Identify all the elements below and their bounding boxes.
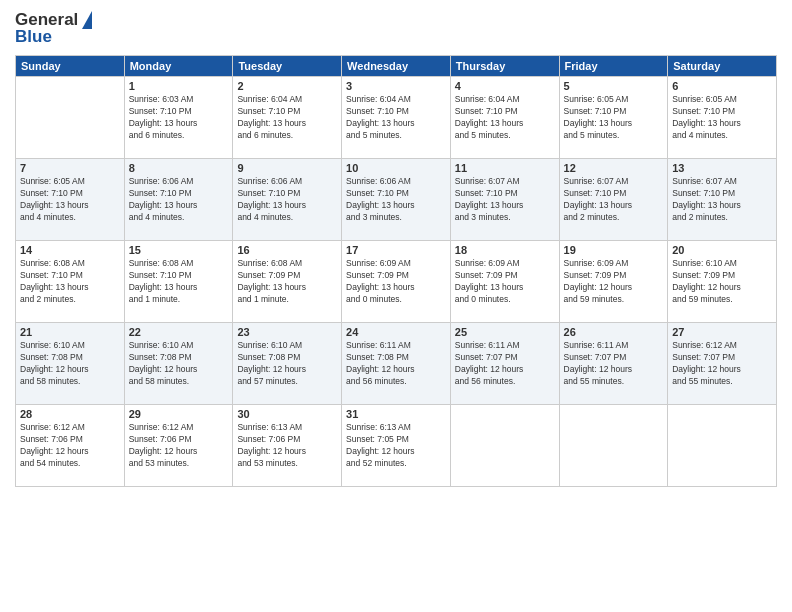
day-number: 23 bbox=[237, 326, 337, 338]
calendar-cell: 2Sunrise: 6:04 AM Sunset: 7:10 PM Daylig… bbox=[233, 77, 342, 159]
day-info: Sunrise: 6:11 AM Sunset: 7:07 PM Dayligh… bbox=[564, 340, 664, 388]
weekday-header-saturday: Saturday bbox=[668, 56, 777, 77]
day-info: Sunrise: 6:07 AM Sunset: 7:10 PM Dayligh… bbox=[455, 176, 555, 224]
calendar-cell: 19Sunrise: 6:09 AM Sunset: 7:09 PM Dayli… bbox=[559, 241, 668, 323]
day-info: Sunrise: 6:10 AM Sunset: 7:08 PM Dayligh… bbox=[20, 340, 120, 388]
day-info: Sunrise: 6:12 AM Sunset: 7:06 PM Dayligh… bbox=[20, 422, 120, 470]
calendar-cell: 7Sunrise: 6:05 AM Sunset: 7:10 PM Daylig… bbox=[16, 159, 125, 241]
calendar-cell: 21Sunrise: 6:10 AM Sunset: 7:08 PM Dayli… bbox=[16, 323, 125, 405]
calendar-cell: 29Sunrise: 6:12 AM Sunset: 7:06 PM Dayli… bbox=[124, 405, 233, 487]
day-number: 12 bbox=[564, 162, 664, 174]
weekday-header-tuesday: Tuesday bbox=[233, 56, 342, 77]
calendar-cell: 10Sunrise: 6:06 AM Sunset: 7:10 PM Dayli… bbox=[342, 159, 451, 241]
day-number: 19 bbox=[564, 244, 664, 256]
day-info: Sunrise: 6:09 AM Sunset: 7:09 PM Dayligh… bbox=[564, 258, 664, 306]
day-number: 18 bbox=[455, 244, 555, 256]
day-info: Sunrise: 6:06 AM Sunset: 7:10 PM Dayligh… bbox=[346, 176, 446, 224]
day-info: Sunrise: 6:10 AM Sunset: 7:09 PM Dayligh… bbox=[672, 258, 772, 306]
day-number: 17 bbox=[346, 244, 446, 256]
calendar-cell: 26Sunrise: 6:11 AM Sunset: 7:07 PM Dayli… bbox=[559, 323, 668, 405]
day-number: 10 bbox=[346, 162, 446, 174]
calendar-cell bbox=[559, 405, 668, 487]
calendar-cell: 3Sunrise: 6:04 AM Sunset: 7:10 PM Daylig… bbox=[342, 77, 451, 159]
calendar-cell: 4Sunrise: 6:04 AM Sunset: 7:10 PM Daylig… bbox=[450, 77, 559, 159]
day-number: 1 bbox=[129, 80, 229, 92]
calendar-cell: 28Sunrise: 6:12 AM Sunset: 7:06 PM Dayli… bbox=[16, 405, 125, 487]
day-number: 27 bbox=[672, 326, 772, 338]
calendar-cell: 9Sunrise: 6:06 AM Sunset: 7:10 PM Daylig… bbox=[233, 159, 342, 241]
day-info: Sunrise: 6:04 AM Sunset: 7:10 PM Dayligh… bbox=[455, 94, 555, 142]
header: General Blue bbox=[15, 10, 777, 47]
calendar-container: General Blue SundayMondayTuesdayWednesda… bbox=[0, 0, 792, 497]
day-number: 6 bbox=[672, 80, 772, 92]
weekday-header-friday: Friday bbox=[559, 56, 668, 77]
day-number: 11 bbox=[455, 162, 555, 174]
calendar-cell: 12Sunrise: 6:07 AM Sunset: 7:10 PM Dayli… bbox=[559, 159, 668, 241]
calendar-cell: 18Sunrise: 6:09 AM Sunset: 7:09 PM Dayli… bbox=[450, 241, 559, 323]
calendar-cell: 8Sunrise: 6:06 AM Sunset: 7:10 PM Daylig… bbox=[124, 159, 233, 241]
day-info: Sunrise: 6:03 AM Sunset: 7:10 PM Dayligh… bbox=[129, 94, 229, 142]
calendar-cell: 20Sunrise: 6:10 AM Sunset: 7:09 PM Dayli… bbox=[668, 241, 777, 323]
day-number: 2 bbox=[237, 80, 337, 92]
day-info: Sunrise: 6:09 AM Sunset: 7:09 PM Dayligh… bbox=[346, 258, 446, 306]
day-number: 14 bbox=[20, 244, 120, 256]
calendar-week-row: 14Sunrise: 6:08 AM Sunset: 7:10 PM Dayli… bbox=[16, 241, 777, 323]
calendar-cell: 6Sunrise: 6:05 AM Sunset: 7:10 PM Daylig… bbox=[668, 77, 777, 159]
calendar-cell: 22Sunrise: 6:10 AM Sunset: 7:08 PM Dayli… bbox=[124, 323, 233, 405]
day-number: 13 bbox=[672, 162, 772, 174]
day-info: Sunrise: 6:09 AM Sunset: 7:09 PM Dayligh… bbox=[455, 258, 555, 306]
day-number: 30 bbox=[237, 408, 337, 420]
calendar-cell: 17Sunrise: 6:09 AM Sunset: 7:09 PM Dayli… bbox=[342, 241, 451, 323]
calendar-cell: 25Sunrise: 6:11 AM Sunset: 7:07 PM Dayli… bbox=[450, 323, 559, 405]
day-info: Sunrise: 6:07 AM Sunset: 7:10 PM Dayligh… bbox=[564, 176, 664, 224]
day-info: Sunrise: 6:10 AM Sunset: 7:08 PM Dayligh… bbox=[237, 340, 337, 388]
calendar-cell: 24Sunrise: 6:11 AM Sunset: 7:08 PM Dayli… bbox=[342, 323, 451, 405]
calendar-cell bbox=[450, 405, 559, 487]
calendar-week-row: 21Sunrise: 6:10 AM Sunset: 7:08 PM Dayli… bbox=[16, 323, 777, 405]
calendar-cell: 30Sunrise: 6:13 AM Sunset: 7:06 PM Dayli… bbox=[233, 405, 342, 487]
day-number: 28 bbox=[20, 408, 120, 420]
calendar-week-row: 1Sunrise: 6:03 AM Sunset: 7:10 PM Daylig… bbox=[16, 77, 777, 159]
day-number: 8 bbox=[129, 162, 229, 174]
calendar-cell: 16Sunrise: 6:08 AM Sunset: 7:09 PM Dayli… bbox=[233, 241, 342, 323]
calendar-cell bbox=[668, 405, 777, 487]
day-number: 26 bbox=[564, 326, 664, 338]
day-number: 24 bbox=[346, 326, 446, 338]
day-number: 4 bbox=[455, 80, 555, 92]
calendar-cell: 5Sunrise: 6:05 AM Sunset: 7:10 PM Daylig… bbox=[559, 77, 668, 159]
day-number: 7 bbox=[20, 162, 120, 174]
calendar-week-row: 7Sunrise: 6:05 AM Sunset: 7:10 PM Daylig… bbox=[16, 159, 777, 241]
weekday-header-wednesday: Wednesday bbox=[342, 56, 451, 77]
day-number: 16 bbox=[237, 244, 337, 256]
calendar-cell: 27Sunrise: 6:12 AM Sunset: 7:07 PM Dayli… bbox=[668, 323, 777, 405]
day-info: Sunrise: 6:06 AM Sunset: 7:10 PM Dayligh… bbox=[129, 176, 229, 224]
day-info: Sunrise: 6:13 AM Sunset: 7:05 PM Dayligh… bbox=[346, 422, 446, 470]
logo-blue-text: Blue bbox=[15, 27, 52, 47]
day-number: 15 bbox=[129, 244, 229, 256]
logo: General Blue bbox=[15, 10, 92, 47]
day-number: 25 bbox=[455, 326, 555, 338]
calendar-cell bbox=[16, 77, 125, 159]
day-info: Sunrise: 6:04 AM Sunset: 7:10 PM Dayligh… bbox=[346, 94, 446, 142]
calendar-week-row: 28Sunrise: 6:12 AM Sunset: 7:06 PM Dayli… bbox=[16, 405, 777, 487]
day-number: 9 bbox=[237, 162, 337, 174]
weekday-header-row: SundayMondayTuesdayWednesdayThursdayFrid… bbox=[16, 56, 777, 77]
day-info: Sunrise: 6:06 AM Sunset: 7:10 PM Dayligh… bbox=[237, 176, 337, 224]
day-info: Sunrise: 6:13 AM Sunset: 7:06 PM Dayligh… bbox=[237, 422, 337, 470]
day-info: Sunrise: 6:08 AM Sunset: 7:10 PM Dayligh… bbox=[129, 258, 229, 306]
day-number: 31 bbox=[346, 408, 446, 420]
day-info: Sunrise: 6:10 AM Sunset: 7:08 PM Dayligh… bbox=[129, 340, 229, 388]
day-info: Sunrise: 6:12 AM Sunset: 7:07 PM Dayligh… bbox=[672, 340, 772, 388]
calendar-cell: 15Sunrise: 6:08 AM Sunset: 7:10 PM Dayli… bbox=[124, 241, 233, 323]
calendar-cell: 13Sunrise: 6:07 AM Sunset: 7:10 PM Dayli… bbox=[668, 159, 777, 241]
weekday-header-thursday: Thursday bbox=[450, 56, 559, 77]
logo-triangle-icon bbox=[82, 11, 92, 29]
day-info: Sunrise: 6:07 AM Sunset: 7:10 PM Dayligh… bbox=[672, 176, 772, 224]
day-info: Sunrise: 6:11 AM Sunset: 7:07 PM Dayligh… bbox=[455, 340, 555, 388]
calendar-cell: 23Sunrise: 6:10 AM Sunset: 7:08 PM Dayli… bbox=[233, 323, 342, 405]
calendar-cell: 11Sunrise: 6:07 AM Sunset: 7:10 PM Dayli… bbox=[450, 159, 559, 241]
day-info: Sunrise: 6:12 AM Sunset: 7:06 PM Dayligh… bbox=[129, 422, 229, 470]
day-info: Sunrise: 6:05 AM Sunset: 7:10 PM Dayligh… bbox=[564, 94, 664, 142]
weekday-header-sunday: Sunday bbox=[16, 56, 125, 77]
weekday-header-monday: Monday bbox=[124, 56, 233, 77]
